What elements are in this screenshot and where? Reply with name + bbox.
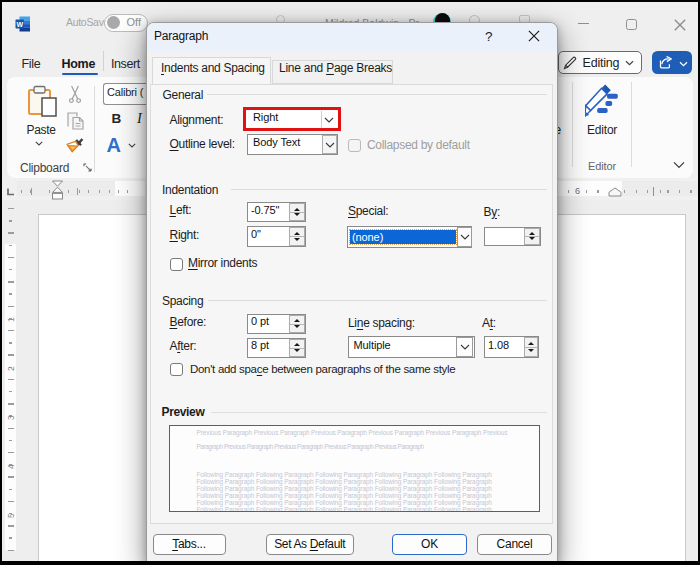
svg-text:W: W [16,21,23,28]
